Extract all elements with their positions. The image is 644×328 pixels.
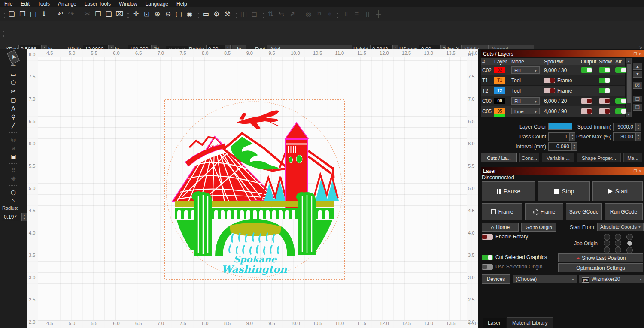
- interval-value[interactable]: 0.090: [548, 142, 571, 151]
- undo-icon[interactable]: ↶: [55, 9, 66, 20]
- layer-paste-button[interactable]: ❑: [633, 104, 642, 111]
- laser-close-icon[interactable]: ✕: [638, 169, 642, 173]
- job-origin-dot[interactable]: [604, 247, 610, 253]
- menu-item-laser-tools[interactable]: Laser Tools: [85, 1, 111, 7]
- layer-row[interactable]: C0000Fill6,000 / 20: [481, 96, 625, 106]
- speed-field[interactable]: 9000.0: [613, 123, 641, 131]
- layer-copy-button[interactable]: ❐: [633, 96, 642, 102]
- panel-close-icon[interactable]: ✕: [638, 52, 642, 56]
- text-tool[interactable]: A: [8, 105, 19, 112]
- ellipse-tool[interactable]: ⬠: [8, 79, 19, 87]
- layer-air-toggle[interactable]: [615, 108, 626, 114]
- menu-item-help[interactable]: Help: [176, 1, 187, 7]
- tab-cuts-la[interactable]: Cuts / La...: [481, 153, 517, 162]
- pass-count-field[interactable]: 1: [548, 132, 575, 141]
- new-file-icon[interactable]: ❏: [6, 9, 17, 20]
- go-to-origin-button[interactable]: Go to Origin: [521, 223, 556, 232]
- layer-show-toggle[interactable]: [599, 88, 610, 93]
- layer-output-toggle[interactable]: [581, 67, 592, 73]
- frame-square-button[interactable]: Frame: [482, 203, 522, 220]
- layer-color-swatch-setting[interactable]: [548, 123, 572, 130]
- layer-delete-button[interactable]: ⌧: [633, 82, 642, 89]
- layer-air-toggle[interactable]: [615, 98, 626, 104]
- node-edit-tool[interactable]: ✂: [8, 87, 19, 95]
- panel-float-icon[interactable]: ❐: [633, 52, 637, 56]
- cut-selected-graphics-toggle[interactable]: [482, 255, 493, 260]
- settings-icon[interactable]: ⚙: [211, 9, 222, 20]
- preview-icon[interactable]: ▭: [200, 9, 211, 20]
- measure-tool[interactable]: ╱: [8, 122, 19, 129]
- job-origin-dot[interactable]: [604, 240, 610, 247]
- save-file-icon[interactable]: ▤: [28, 9, 39, 20]
- optimization-settings-button[interactable]: Optimization Settings: [558, 263, 643, 272]
- zoom-in-icon[interactable]: ⊕: [152, 9, 163, 20]
- layers-scrollbar[interactable]: ▲ ▼: [626, 58, 632, 117]
- interval-field[interactable]: 0.090: [548, 142, 577, 151]
- radius-field[interactable]: 0.197: [2, 213, 27, 221]
- save-gcode-button[interactable]: Save GCode: [566, 203, 602, 220]
- enable-rotary-toggle[interactable]: [482, 234, 493, 240]
- layer-air-toggle[interactable]: [615, 67, 626, 73]
- selected-design[interactable]: Spokane Washington: [164, 99, 345, 280]
- layer-row[interactable]: T1T1ToolFrame: [481, 75, 625, 86]
- propsbar-handle[interactable]: [3, 31, 5, 39]
- copy-icon[interactable]: ❐: [93, 9, 103, 20]
- boolean-tool[interactable]: ▣: [8, 153, 19, 160]
- scroll-up-icon[interactable]: ▲: [626, 58, 631, 63]
- layer-show-toggle[interactable]: [599, 78, 610, 83]
- job-origin-dot[interactable]: [615, 234, 621, 240]
- power-max-value[interactable]: 30.00: [613, 132, 635, 141]
- interval-spinner[interactable]: [571, 142, 577, 151]
- layer-frame-toggle[interactable]: [544, 88, 555, 93]
- job-origin-grid[interactable]: [601, 234, 635, 253]
- layer-show-toggle[interactable]: [599, 108, 610, 114]
- tab-ma[interactable]: Ma...: [623, 153, 642, 162]
- home-button[interactable]: Home: [482, 223, 519, 232]
- paste-icon[interactable]: ❑: [103, 9, 114, 20]
- layer-mode-select[interactable]: Fill: [511, 97, 540, 105]
- polygon-tool[interactable]: ⬡: [8, 189, 19, 196]
- scrollbar-thumb[interactable]: [627, 64, 631, 103]
- scroll-down-icon[interactable]: ▼: [626, 112, 631, 117]
- menu-item-window[interactable]: Window: [119, 1, 137, 7]
- machine-settings-icon[interactable]: ⚒: [222, 9, 233, 20]
- tab-shape-proper[interactable]: Shape Proper...: [577, 153, 621, 162]
- layer-row[interactable]: C0202Fill9,000 / 30: [481, 65, 625, 75]
- rectangle-tool[interactable]: ▭: [8, 70, 19, 78]
- layer-row[interactable]: T2T2ToolFrame: [481, 86, 625, 96]
- speed-value[interactable]: 9000.0: [613, 123, 635, 131]
- menu-item-tools[interactable]: Tools: [38, 1, 50, 7]
- start-from-select[interactable]: Absolute Coords: [597, 223, 644, 231]
- camera-icon[interactable]: ◉: [184, 9, 195, 20]
- canvas[interactable]: Spokane Washington 4.54.55.05.05.55.56.0…: [27, 49, 478, 328]
- pan-icon[interactable]: ✛: [131, 9, 141, 20]
- menu-item-edit[interactable]: Edit: [21, 1, 30, 7]
- job-origin-dot[interactable]: [627, 241, 632, 246]
- layer-show-toggle[interactable]: [599, 67, 610, 73]
- layer-row-partial[interactable]: [481, 114, 625, 117]
- layer-show-toggle[interactable]: [599, 98, 610, 104]
- tab-laser[interactable]: Laser: [483, 318, 506, 328]
- show-last-position-button[interactable]: Show Last Position: [558, 253, 643, 262]
- device-select[interactable]: grblWizmaker20: [579, 275, 644, 283]
- laser-float-icon[interactable]: ❐: [633, 169, 637, 173]
- frame-circle-button[interactable]: Frame: [525, 203, 563, 220]
- menu-item-language[interactable]: Language: [146, 1, 168, 7]
- menu-item-file[interactable]: File: [4, 1, 12, 7]
- import-file-icon[interactable]: ⇓: [39, 9, 49, 20]
- layer-mode-select[interactable]: Line: [511, 108, 540, 115]
- delete-icon[interactable]: ⌧: [114, 9, 125, 20]
- layer-move-down-button[interactable]: ▼: [633, 71, 642, 78]
- speed-spinner[interactable]: [635, 123, 641, 131]
- material-choose-select[interactable]: (Choose): [513, 275, 577, 283]
- radius-corner-tool[interactable]: ◝: [8, 197, 19, 205]
- power-max-field[interactable]: 30.00: [613, 132, 641, 141]
- position-pin-tool[interactable]: ⚲: [8, 113, 19, 121]
- tab-cons[interactable]: Cons...: [519, 153, 539, 162]
- stop-button[interactable]: Stop: [538, 181, 590, 201]
- frame-selection-icon[interactable]: ▢: [173, 9, 184, 20]
- job-origin-dot[interactable]: [626, 247, 633, 253]
- zoom-to-page-icon[interactable]: ⊡: [141, 9, 152, 20]
- layer-color-swatch[interactable]: 02: [494, 67, 505, 73]
- layer-frame-toggle[interactable]: [544, 78, 555, 83]
